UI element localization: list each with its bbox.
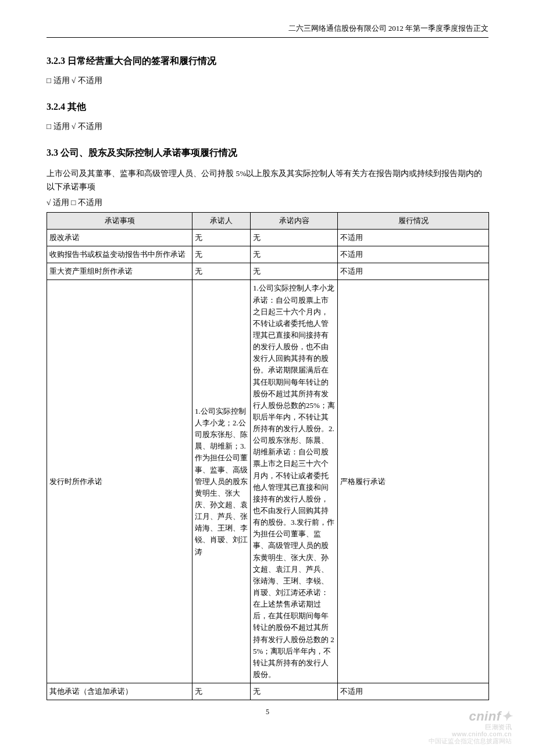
- cell-party: 无: [192, 263, 251, 280]
- cell-party: 无: [192, 683, 251, 700]
- heading-3-2-3: 3.2.3 日常经营重大合同的签署和履行情况: [47, 55, 488, 67]
- th-party: 承诺人: [192, 212, 251, 229]
- cell-item: 收购报告书或权益变动报告书中所作承诺: [47, 246, 192, 263]
- watermark: cninf✦ 巨潮资讯 www.cninfo.com.cn 中国证监会指定信息披…: [429, 710, 512, 744]
- cell-content: 无: [251, 246, 338, 263]
- table-row: 收购报告书或权益变动报告书中所作承诺 无 无 不适用: [47, 246, 489, 263]
- cell-item: 发行时所作承诺: [47, 280, 192, 683]
- cell-status: 严格履行承诺: [338, 280, 489, 683]
- cell-item: 股改承诺: [47, 229, 192, 246]
- table-row: 重大资产重组时所作承诺 无 无 不适用: [47, 263, 489, 280]
- cell-item: 其他承诺（含追加承诺）: [47, 683, 192, 700]
- cell-status: 不适用: [338, 683, 489, 700]
- cell-content: 无: [251, 229, 338, 246]
- th-content: 承诺内容: [251, 212, 338, 229]
- applicable-3-2-3: □ 适用 √ 不适用: [47, 76, 488, 86]
- cell-party: 无: [192, 246, 251, 263]
- watermark-zh: 巨潮资讯: [429, 723, 512, 730]
- cell-content: 无: [251, 263, 338, 280]
- watermark-desc: 中国证监会指定信息披露网站: [429, 737, 512, 744]
- document-page: 二六三网络通信股份有限公司 2012 年第一季度季度报告正文 3.2.3 日常经…: [0, 0, 535, 756]
- cell-status: 不适用: [338, 246, 489, 263]
- cell-status: 不适用: [338, 263, 489, 280]
- cell-item: 重大资产重组时所作承诺: [47, 263, 192, 280]
- th-status: 履行情况: [338, 212, 489, 229]
- intro-3-3: 上市公司及其董事、监事和高级管理人员、公司持股 5%以上股东及其实际控制人等有关…: [47, 167, 488, 194]
- commitments-table: 承诺事项 承诺人 承诺内容 履行情况 股改承诺 无 无 不适用 收购报告书或权益…: [47, 212, 489, 700]
- applicable-3-3: √ 适用 □ 不适用: [47, 196, 488, 210]
- leaf-icon: ✦: [501, 709, 512, 723]
- heading-3-2-4: 3.2.4 其他: [47, 101, 488, 113]
- running-header: 二六三网络通信股份有限公司 2012 年第一季度季度报告正文: [47, 23, 488, 38]
- cell-party: 无: [192, 229, 251, 246]
- table-row: 其他承诺（含追加承诺） 无 无 不适用: [47, 683, 489, 700]
- cell-content: 无: [251, 683, 338, 700]
- heading-3-3: 3.3 公司、股东及实际控制人承诺事项履行情况: [47, 147, 488, 159]
- cell-party: 1.公司实际控制人李小龙；2.公司股东张彤、陈晨、胡维新；3. 作为担任公司董事…: [192, 280, 251, 683]
- th-item: 承诺事项: [47, 212, 192, 229]
- table-row: 发行时所作承诺 1.公司实际控制人李小龙；2.公司股东张彤、陈晨、胡维新；3. …: [47, 280, 489, 683]
- watermark-url: www.cninfo.com.cn: [429, 730, 512, 737]
- cell-content: 1.公司实际控制人李小龙承诺：自公司股票上市之日起三十六个月内，不转让或者委托他…: [251, 280, 338, 683]
- applicable-3-2-4: □ 适用 √ 不适用: [47, 121, 488, 132]
- page-number: 5: [266, 708, 269, 716]
- table-row: 股改承诺 无 无 不适用: [47, 229, 489, 246]
- cell-status: 不适用: [338, 229, 489, 246]
- table-header-row: 承诺事项 承诺人 承诺内容 履行情况: [47, 212, 489, 229]
- watermark-brand: cninf: [469, 709, 501, 723]
